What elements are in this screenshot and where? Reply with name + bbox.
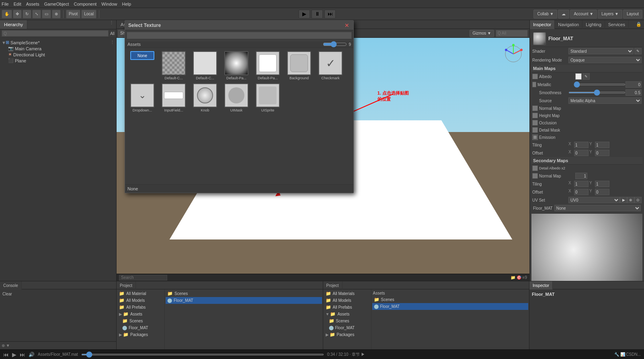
project-file-floormat[interactable]: ⬤Floor_MAT (166, 297, 322, 304)
packages-right[interactable]: ▶📁Packages (324, 331, 370, 338)
file-scenes-right[interactable]: 📁Scenes (372, 296, 529, 303)
texture-item-2[interactable]: Default-Pa... (222, 51, 250, 80)
step-btn[interactable]: ⏭ (324, 10, 336, 19)
next-btn[interactable]: ⏭ (20, 351, 25, 358)
emission-checkbox[interactable] (532, 134, 538, 140)
uv-icon-btn2[interactable]: ⊙ (634, 197, 642, 203)
all-models-item[interactable]: 📁All Models (117, 297, 164, 304)
smoothness-value[interactable]: 0.5 (626, 89, 642, 96)
transform-tool[interactable]: ⊕ (52, 10, 61, 19)
move-tool[interactable]: ✥ (13, 10, 22, 19)
scene-bottom-search[interactable] (119, 275, 167, 281)
asset-bundle-select[interactable]: None (554, 205, 641, 211)
uv-set-select[interactable]: UV0 (568, 197, 620, 203)
volume-btn[interactable]: 🔊 (29, 352, 35, 357)
hierarchy-item-light[interactable]: ☀ Directional Light (2, 52, 115, 58)
texture-item-6[interactable]: ⌄ Dropdown... (128, 83, 156, 112)
gizmos-btn[interactable]: Gizmos ▼ (470, 30, 494, 37)
pause-btn[interactable]: ⏸ (312, 10, 323, 19)
scenes-right[interactable]: 📁Scenes (324, 318, 370, 324)
cloud-btn[interactable]: ☁ (558, 10, 569, 19)
source-select[interactable]: Metallic Alpha (568, 97, 642, 104)
texture-item-7[interactable]: InputField... (160, 83, 188, 112)
scene-search-input[interactable] (496, 30, 528, 37)
tab-navigation[interactable]: Navigation (555, 20, 582, 29)
rect-tool[interactable]: ▭ (42, 10, 51, 19)
hierarchy-item-plane[interactable]: ⬛ Plane (2, 58, 115, 64)
menu-help[interactable]: Help (122, 2, 131, 6)
layers-btn[interactable]: Layers ▼ (598, 10, 622, 19)
shader-select[interactable]: Standard (568, 48, 634, 54)
menu-component[interactable]: Component (74, 2, 96, 6)
menu-window[interactable]: Window (101, 2, 117, 6)
account-btn[interactable]: Account ▼ (570, 10, 597, 19)
texture-item-3[interactable]: Default-Pa... (254, 51, 282, 80)
offset-x-input[interactable]: 0 (574, 150, 589, 156)
secondary-maps-header[interactable]: Secondary Maps (531, 157, 642, 165)
albedo-checkbox[interactable] (532, 74, 538, 79)
offset-y-input[interactable]: 0 (595, 150, 609, 156)
menu-assets[interactable]: Assets (26, 2, 39, 6)
scale-tool[interactable]: ⤡ (32, 10, 41, 19)
texture-item-5[interactable]: ✓ Checkmark (316, 51, 345, 80)
texture-item-0[interactable]: Default-C... (160, 51, 188, 80)
sec-offset-y[interactable]: 0 (595, 189, 609, 195)
uv-forward-btn[interactable]: ▶ (620, 197, 627, 203)
tab-services[interactable]: Services (605, 20, 629, 29)
scene-menu[interactable]: ⋮ (110, 40, 115, 45)
hierarchy-search-input[interactable] (2, 30, 109, 37)
mat-name-input[interactable] (548, 36, 611, 41)
sec-tiling-y[interactable]: 1 (595, 181, 609, 187)
rendering-mode-select[interactable]: Opaque (568, 57, 642, 63)
menu-edit[interactable]: Edit (14, 2, 21, 6)
inspector-lock-icon[interactable]: 🔒 (634, 22, 644, 27)
metallic-slider[interactable] (574, 84, 626, 85)
layout-btn[interactable]: Layout (623, 10, 642, 19)
metallic-value[interactable]: 0 (626, 81, 642, 88)
texture-item-9[interactable]: UIMask (222, 83, 250, 112)
assets-folder[interactable]: ▶📁Assets (117, 311, 164, 318)
dialog-search-input[interactable] (127, 32, 352, 39)
tab-project-2[interactable]: Project (323, 281, 343, 289)
tab-project-1[interactable]: Project (117, 281, 136, 289)
tab-inspector[interactable]: Inspector (530, 20, 555, 29)
all-prefabs-item[interactable]: 📁All Prefabs (117, 304, 164, 311)
proj-clear-btn[interactable]: Clear (2, 291, 115, 297)
scenes-folder-1[interactable]: 📁Scenes (117, 318, 164, 324)
tiling-y-input[interactable]: 1 (595, 142, 609, 148)
file-floormat-right[interactable]: ⬤Floor_MAT (372, 303, 529, 310)
dialog-slider[interactable] (323, 42, 347, 46)
menu-gameobject[interactable]: GameObject (44, 2, 69, 6)
floormat-right[interactable]: ⬤Floor_MAT (324, 324, 370, 331)
collab-btn[interactable]: Collab ▼ (533, 10, 557, 19)
hand-tool[interactable]: ✋ (2, 10, 12, 19)
progress-bar[interactable] (81, 354, 324, 355)
smoothness-slider[interactable] (568, 92, 626, 93)
all-materials-right[interactable]: 📁All Materials (324, 290, 370, 297)
texture-item-none[interactable]: None (128, 51, 156, 80)
albedo-picker[interactable]: ✎ (582, 73, 590, 80)
shader-edit-btn[interactable]: ✎ (634, 48, 642, 54)
texture-item-4[interactable]: Background (285, 51, 313, 80)
hierarchy-menu-icon[interactable]: ⋮ (107, 20, 116, 29)
dialog-close-btn[interactable]: ✕ (344, 22, 350, 29)
sec-offset-x[interactable]: 0 (574, 189, 589, 195)
all-prefabs-right[interactable]: 📁All Prefabs (324, 304, 370, 311)
rotate-tool[interactable]: ↻ (23, 10, 31, 19)
albedo-thumb[interactable] (575, 73, 582, 80)
texture-item-10[interactable]: UISprite (254, 83, 282, 112)
sec-tiling-x[interactable]: 1 (574, 181, 589, 187)
tab-console[interactable]: Console (0, 281, 22, 289)
tab-inspector-bottom[interactable]: Inspector (529, 281, 553, 289)
scene-root[interactable]: ▼ ⊞ SampleScene* ⋮ (2, 39, 115, 45)
sec-normal-value[interactable] (575, 173, 587, 179)
texture-item-8[interactable]: Knob (191, 83, 219, 112)
tiling-x-input[interactable]: 1 (574, 142, 589, 148)
floor-mat-item-1[interactable]: ⬤Floor_MAT (117, 324, 164, 331)
tab-hierarchy[interactable]: Hierarchy (0, 20, 27, 29)
menu-file[interactable]: File (2, 2, 9, 6)
all-material-item[interactable]: 📁All Material (117, 290, 164, 297)
local-btn[interactable]: Local (81, 10, 96, 19)
pivot-btn[interactable]: Pivot (66, 10, 80, 19)
packages-folder[interactable]: ▶📁Packages (117, 331, 164, 338)
